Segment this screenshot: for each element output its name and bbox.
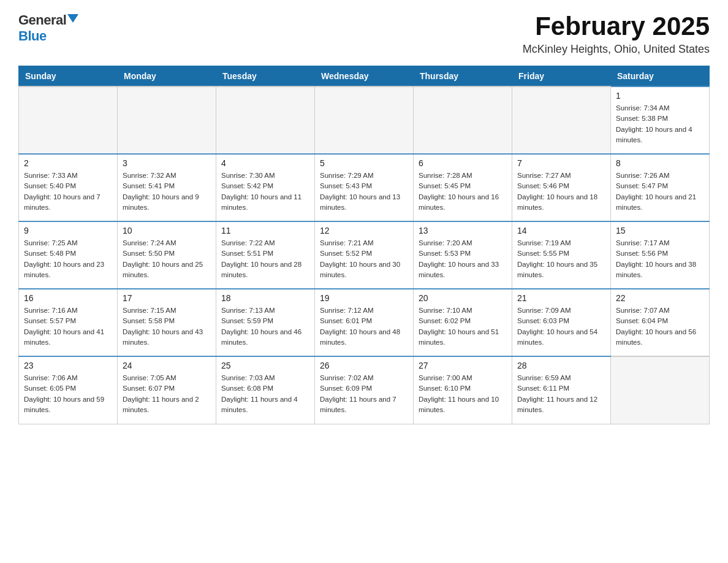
day-info: Sunrise: 7:20 AMSunset: 5:53 PMDaylight:… [419,238,507,280]
day-number: 2 [24,158,112,168]
calendar-cell: 13Sunrise: 7:20 AMSunset: 5:53 PMDayligh… [414,221,512,289]
calendar-cell: 7Sunrise: 7:27 AMSunset: 5:46 PMDaylight… [512,154,611,221]
weekday-header-monday: Monday [118,66,216,87]
calendar-cell: 1Sunrise: 7:34 AMSunset: 5:38 PMDaylight… [611,86,710,154]
day-number: 3 [123,158,211,168]
calendar-cell: 17Sunrise: 7:15 AMSunset: 5:58 PMDayligh… [118,289,216,356]
weekday-header-saturday: Saturday [611,66,710,87]
calendar-cell: 10Sunrise: 7:24 AMSunset: 5:50 PMDayligh… [118,221,216,289]
day-info: Sunrise: 7:02 AMSunset: 6:09 PMDaylight:… [320,373,408,415]
calendar-cell: 23Sunrise: 7:06 AMSunset: 6:05 PMDayligh… [19,356,118,424]
day-info: Sunrise: 6:59 AMSunset: 6:11 PMDaylight:… [517,373,605,415]
day-info: Sunrise: 7:32 AMSunset: 5:41 PMDaylight:… [123,170,211,213]
day-number: 16 [24,293,112,303]
calendar-cell: 24Sunrise: 7:05 AMSunset: 6:07 PMDayligh… [118,356,216,424]
day-number: 23 [24,361,112,370]
calendar-cell: 15Sunrise: 7:17 AMSunset: 5:56 PMDayligh… [611,221,710,289]
day-number: 26 [320,361,408,370]
day-info: Sunrise: 7:09 AMSunset: 6:03 PMDaylight:… [517,305,605,348]
calendar-week-row: 1Sunrise: 7:34 AMSunset: 5:38 PMDaylight… [19,86,710,154]
day-number: 12 [320,226,408,236]
calendar-week-row: 9Sunrise: 7:25 AMSunset: 5:48 PMDaylight… [19,221,710,289]
day-info: Sunrise: 7:29 AMSunset: 5:43 PMDaylight:… [320,170,408,213]
calendar-cell: 21Sunrise: 7:09 AMSunset: 6:03 PMDayligh… [512,289,611,356]
calendar-cell [315,86,414,154]
day-info: Sunrise: 7:17 AMSunset: 5:56 PMDaylight:… [616,238,704,280]
calendar-cell: 8Sunrise: 7:26 AMSunset: 5:47 PMDaylight… [611,154,710,221]
calendar-week-row: 23Sunrise: 7:06 AMSunset: 6:05 PMDayligh… [19,356,710,424]
calendar-cell [19,86,118,154]
calendar-week-row: 2Sunrise: 7:33 AMSunset: 5:40 PMDaylight… [19,154,710,221]
calendar-table: SundayMondayTuesdayWednesdayThursdayFrid… [18,66,710,424]
day-number: 20 [419,293,507,303]
calendar-cell: 25Sunrise: 7:03 AMSunset: 6:08 PMDayligh… [216,356,315,424]
day-info: Sunrise: 7:30 AMSunset: 5:42 PMDaylight:… [221,170,309,213]
day-number: 24 [123,361,211,370]
calendar-header: SundayMondayTuesdayWednesdayThursdayFrid… [19,66,710,87]
day-number: 13 [419,226,507,236]
calendar-cell: 20Sunrise: 7:10 AMSunset: 6:02 PMDayligh… [414,289,512,356]
calendar-cell [611,356,710,424]
logo-triangle-icon [67,14,78,23]
day-info: Sunrise: 7:26 AMSunset: 5:47 PMDaylight:… [616,170,704,213]
weekday-header-row: SundayMondayTuesdayWednesdayThursdayFrid… [19,66,710,87]
day-info: Sunrise: 7:22 AMSunset: 5:51 PMDaylight:… [221,238,309,280]
calendar-cell [414,86,512,154]
day-number: 18 [221,293,309,303]
day-number: 14 [517,226,605,236]
day-number: 22 [616,293,704,303]
calendar-body: 1Sunrise: 7:34 AMSunset: 5:38 PMDaylight… [19,86,710,424]
day-info: Sunrise: 7:07 AMSunset: 6:04 PMDaylight:… [616,305,704,348]
calendar-cell: 26Sunrise: 7:02 AMSunset: 6:09 PMDayligh… [315,356,414,424]
weekday-header-friday: Friday [512,66,611,87]
day-number: 25 [221,361,309,370]
day-info: Sunrise: 7:03 AMSunset: 6:08 PMDaylight:… [221,373,309,415]
day-number: 17 [123,293,211,303]
calendar-cell: 22Sunrise: 7:07 AMSunset: 6:04 PMDayligh… [611,289,710,356]
logo-general-text: General [18,12,66,28]
day-info: Sunrise: 7:10 AMSunset: 6:02 PMDaylight:… [419,305,507,348]
day-info: Sunrise: 7:21 AMSunset: 5:52 PMDaylight:… [320,238,408,280]
day-number: 11 [221,226,309,236]
day-info: Sunrise: 7:28 AMSunset: 5:45 PMDaylight:… [419,170,507,213]
calendar-cell: 14Sunrise: 7:19 AMSunset: 5:55 PMDayligh… [512,221,611,289]
day-number: 7 [517,158,605,168]
day-number: 9 [24,226,112,236]
calendar-cell: 6Sunrise: 7:28 AMSunset: 5:45 PMDaylight… [414,154,512,221]
day-info: Sunrise: 7:25 AMSunset: 5:48 PMDaylight:… [24,238,112,280]
calendar-week-row: 16Sunrise: 7:16 AMSunset: 5:57 PMDayligh… [19,289,710,356]
weekday-header-sunday: Sunday [19,66,118,87]
day-info: Sunrise: 7:05 AMSunset: 6:07 PMDaylight:… [123,373,211,415]
logo: General Blue [18,12,78,44]
calendar-cell: 19Sunrise: 7:12 AMSunset: 6:01 PMDayligh… [315,289,414,356]
day-number: 28 [517,361,605,370]
calendar-cell: 28Sunrise: 6:59 AMSunset: 6:11 PMDayligh… [512,356,611,424]
calendar-cell: 18Sunrise: 7:13 AMSunset: 5:59 PMDayligh… [216,289,315,356]
day-number: 27 [419,361,507,370]
calendar-cell [512,86,611,154]
day-info: Sunrise: 7:15 AMSunset: 5:58 PMDaylight:… [123,305,211,348]
day-info: Sunrise: 7:24 AMSunset: 5:50 PMDaylight:… [123,238,211,280]
day-info: Sunrise: 7:16 AMSunset: 5:57 PMDaylight:… [24,305,112,348]
calendar-cell: 5Sunrise: 7:29 AMSunset: 5:43 PMDaylight… [315,154,414,221]
day-number: 15 [616,226,704,236]
calendar-cell: 9Sunrise: 7:25 AMSunset: 5:48 PMDaylight… [19,221,118,289]
day-number: 19 [320,293,408,303]
day-info: Sunrise: 7:00 AMSunset: 6:10 PMDaylight:… [419,373,507,415]
calendar-title: February 2025 [523,12,710,40]
day-number: 5 [320,158,408,168]
calendar-cell: 4Sunrise: 7:30 AMSunset: 5:42 PMDaylight… [216,154,315,221]
calendar-cell [118,86,216,154]
logo-blue-text: Blue [18,28,47,44]
title-block: February 2025 McKinley Heights, Ohio, Un… [523,12,710,56]
day-info: Sunrise: 7:19 AMSunset: 5:55 PMDaylight:… [517,238,605,280]
day-info: Sunrise: 7:34 AMSunset: 5:38 PMDaylight:… [616,103,704,145]
calendar-cell: 2Sunrise: 7:33 AMSunset: 5:40 PMDaylight… [19,154,118,221]
day-number: 10 [123,226,211,236]
calendar-cell: 16Sunrise: 7:16 AMSunset: 5:57 PMDayligh… [19,289,118,356]
day-info: Sunrise: 7:33 AMSunset: 5:40 PMDaylight:… [24,170,112,213]
calendar-cell: 12Sunrise: 7:21 AMSunset: 5:52 PMDayligh… [315,221,414,289]
day-info: Sunrise: 7:12 AMSunset: 6:01 PMDaylight:… [320,305,408,348]
day-number: 4 [221,158,309,168]
day-number: 21 [517,293,605,303]
